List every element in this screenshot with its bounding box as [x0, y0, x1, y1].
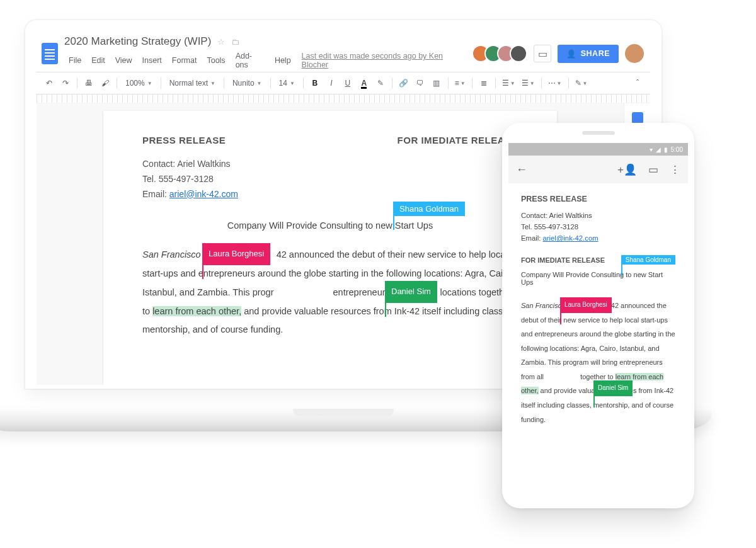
collaborator-cursor-shana: Shana Goldman [621, 255, 675, 265]
body-paragraph: Laura Borghesi Daniel Sim San Francisck … [521, 299, 675, 426]
align-button[interactable]: ≡▼ [452, 76, 468, 91]
menu-format[interactable]: Format [168, 54, 202, 67]
calendar-icon[interactable] [632, 112, 643, 123]
toolbar: ↶ ↷ 🖶 🖌 100%▼ Normal text▼ Nunito▼ 14▼ B… [37, 72, 650, 94]
avatar[interactable] [510, 45, 527, 62]
star-icon[interactable]: ☆ [217, 37, 225, 47]
menu-insert[interactable]: Insert [138, 54, 166, 67]
immediate-release-heading: FOR IMEDIATE RELEASE [398, 135, 518, 146]
status-bar: ▾ ◢ ▮ 5:00 [508, 143, 688, 156]
menu-file[interactable]: File [64, 54, 86, 67]
mobile-document[interactable]: PRESS RELEASE Contact: Ariel Waltkins Te… [508, 183, 688, 502]
styles-dropdown[interactable]: Normal text▼ [165, 76, 220, 91]
comments-icon[interactable]: ▭ [648, 163, 658, 176]
collaborator-cursor-laura: Laura Borghesi [560, 297, 612, 313]
subtitle: Company Will Provide Consulting to new S… [521, 271, 675, 286]
person-add-icon: 👤 [566, 49, 577, 59]
contact-name: Contact: Ariel Waltkins [142, 157, 518, 172]
contact-email-link[interactable]: ariel@ink-42.com [169, 189, 238, 199]
collaborator-cursor-laura: Laura Borghesi [202, 243, 270, 265]
subtitle: Company Will Provide Consulting to new S… [142, 220, 518, 231]
bold-button[interactable]: B [307, 76, 323, 91]
menu-help[interactable]: Help [270, 54, 295, 67]
bulleted-list-button[interactable]: ☰▼ [519, 76, 537, 91]
more-toolbar-button[interactable]: ⋯▼ [546, 76, 564, 91]
doc-title[interactable]: 2020 Marketing Strategy (WIP) [64, 35, 211, 48]
numbered-list-button[interactable]: ☰▼ [500, 76, 518, 91]
undo-icon[interactable]: ↶ [42, 76, 57, 91]
text-color-button[interactable]: A [357, 76, 372, 91]
contact-tel: Tel. 555-497-3128 [142, 172, 518, 187]
underline-button[interactable]: U [340, 76, 355, 91]
share-label: SHARE [581, 49, 610, 58]
font-size-dropdown[interactable]: 14▼ [275, 76, 299, 91]
menu-bar: File Edit View Insert Format Tools Add-o… [64, 49, 471, 72]
font-dropdown[interactable]: Nunito▼ [228, 76, 266, 91]
mobile-app-bar: ← +👤 ▭ ⋮ [508, 156, 688, 183]
folder-move-icon[interactable]: 🗀 [231, 37, 239, 47]
contact-email-link[interactable]: ariel@ink-42.com [543, 234, 598, 242]
collaborator-cursor-daniel: Daniel Sim [593, 380, 633, 396]
line-spacing-button[interactable]: ≣ [476, 76, 491, 91]
last-edit-link[interactable]: Last edit was made seconds ago by Ken Bl… [302, 52, 471, 69]
body-paragraph: Laura Borghesi Daniel Sim San Francisco4… [142, 246, 518, 340]
clock: 5:00 [671, 146, 683, 153]
contact-block: Contact: Ariel Waltkins Tel. 555-497-312… [521, 210, 675, 244]
print-icon[interactable]: 🖶 [81, 76, 96, 91]
paint-format-icon[interactable]: 🖌 [98, 76, 113, 91]
comments-icon[interactable]: ▭ [534, 45, 551, 62]
insert-image-icon[interactable]: ▥ [429, 76, 444, 91]
collaborator-avatars[interactable] [477, 45, 527, 62]
battery-icon: ▮ [664, 146, 668, 153]
docs-logo-icon[interactable] [42, 43, 58, 64]
page[interactable]: PRESS RELEASE FOR IMEDIATE RELEASE Conta… [103, 111, 557, 385]
add-comment-icon[interactable]: 🗨 [413, 76, 428, 91]
redo-icon[interactable]: ↷ [58, 76, 73, 91]
insert-link-icon[interactable]: 🔗 [396, 76, 411, 91]
highlight-color-button[interactable]: ✎ [373, 76, 388, 91]
phone-device: ▾ ◢ ▮ 5:00 ← +👤 ▭ ⋮ PRESS RELEASE Contac… [502, 123, 694, 508]
doc-header: 2020 Marketing Strategy (WIP) ☆ 🗀 File E… [37, 31, 650, 72]
menu-view[interactable]: View [111, 54, 137, 67]
contact-block: Contact: Ariel Waltkins Tel. 555-497-312… [142, 157, 518, 202]
ruler[interactable] [37, 94, 650, 103]
wifi-icon: ▾ [650, 146, 653, 153]
back-icon[interactable]: ← [516, 163, 527, 176]
menu-edit[interactable]: Edit [87, 54, 110, 67]
collaborator-cursor-shana: Shana Goldman [393, 202, 465, 216]
overflow-icon[interactable]: ⋮ [670, 163, 680, 176]
immediate-release-heading: FOR IMEDIATE RELEASE [521, 256, 621, 264]
signal-icon: ◢ [656, 146, 661, 153]
collaborator-cursor-daniel: Daniel Sim [385, 281, 437, 303]
press-release-heading: PRESS RELEASE [142, 135, 226, 146]
email-label: Email: [142, 189, 169, 199]
italic-button[interactable]: I [324, 76, 339, 91]
profile-avatar[interactable] [625, 44, 644, 63]
press-release-heading: PRESS RELEASE [521, 195, 675, 203]
add-person-icon[interactable]: +👤 [617, 163, 637, 176]
menu-tools[interactable]: Tools [202, 54, 229, 67]
zoom-dropdown[interactable]: 100%▼ [121, 76, 157, 91]
share-button[interactable]: 👤 SHARE [558, 45, 619, 63]
collapse-toolbar-icon[interactable]: ˆ [630, 76, 645, 91]
editing-mode-button[interactable]: ✎▼ [573, 76, 590, 91]
menu-addons[interactable]: Add-ons [231, 49, 269, 72]
